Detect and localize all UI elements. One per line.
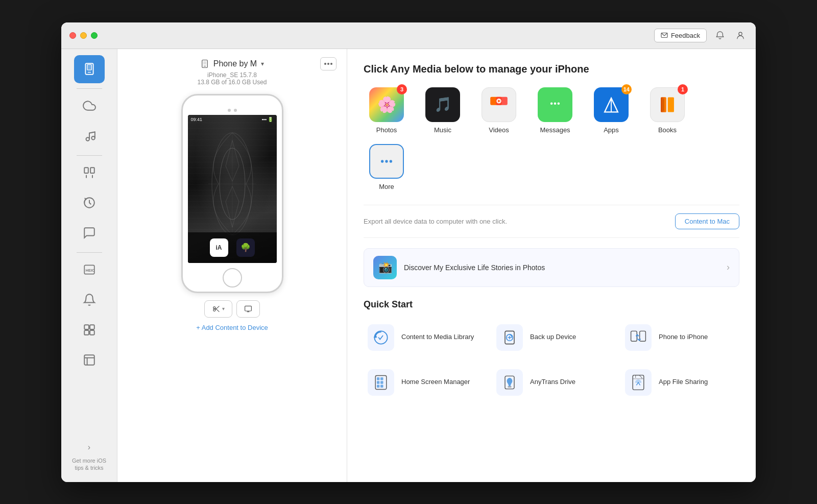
photos-icon-wrap: 🌸 3	[369, 87, 404, 122]
backup-icon	[496, 324, 523, 351]
phone-dock: iA 🌳	[188, 232, 277, 263]
svg-rect-62	[380, 377, 383, 380]
svg-rect-21	[203, 61, 206, 64]
titlebar-right: Feedback	[654, 28, 748, 42]
media-item-photos[interactable]: 🌸 3 Photos	[364, 87, 410, 134]
sidebar-item-chat[interactable]	[74, 219, 105, 247]
notification-icon	[83, 293, 96, 306]
quick-item-phone-iphone[interactable]: Phone to iPhone	[621, 320, 739, 355]
quick-item-anytrans-drive[interactable]: AnyTrans Drive	[492, 365, 611, 400]
cloud-icon	[83, 99, 96, 112]
sidebar-divider-3	[77, 252, 102, 253]
media-icons-row: 🌸 3 Photos 🎵 Music	[364, 87, 739, 190]
phone-frame: 09:41 ▪▪▪ 🔋 iA 🌳	[181, 94, 283, 293]
add-content-link[interactable]: + Add Content to Device	[196, 324, 268, 331]
quick-item-home-screen[interactable]: Home Screen Manager	[364, 365, 482, 400]
screenshot-button[interactable]: ▾	[204, 300, 232, 318]
messages-icon-wrap	[538, 87, 572, 122]
close-button[interactable]	[69, 32, 76, 39]
notifications-button[interactable]	[713, 28, 727, 42]
wallpaper-icon	[83, 353, 96, 367]
scissors-icon	[212, 305, 220, 313]
sidebar-item-music[interactable]	[74, 122, 105, 150]
phone-time: 09:41	[191, 117, 203, 122]
svg-point-50	[385, 160, 388, 162]
sidebar-item-transfer[interactable]	[74, 159, 105, 187]
apps-label: Apps	[604, 126, 619, 134]
content-media-label: Content to Media Library	[401, 332, 474, 342]
media-item-music[interactable]: 🎵 Music	[420, 87, 466, 134]
svg-point-49	[381, 160, 383, 162]
media-item-more[interactable]: More	[364, 144, 410, 190]
user-icon	[736, 31, 745, 40]
books-label: Books	[658, 126, 677, 134]
phone-sensor	[234, 109, 237, 112]
videos-svg	[489, 94, 509, 115]
profile-button[interactable]	[733, 28, 748, 42]
media-item-videos[interactable]: Videos	[476, 87, 522, 134]
device-name: Phone by M	[213, 59, 257, 68]
svg-rect-9	[90, 167, 94, 173]
backup-svg	[500, 328, 519, 347]
screen-art	[198, 125, 267, 243]
phone-iphone-icon	[625, 324, 652, 351]
quick-item-content-media[interactable]: Content to Media Library	[364, 320, 482, 355]
books-svg	[658, 95, 677, 114]
content-to-mac-button[interactable]: Content to Mac	[675, 213, 739, 229]
more-svg	[377, 152, 396, 171]
media-item-books[interactable]: 1 Books	[644, 87, 690, 134]
sidebar-item-device[interactable]	[74, 55, 105, 83]
get-tips-link[interactable]: Get more iOS tips & tricks	[69, 457, 110, 472]
monitor-icon	[244, 305, 252, 313]
sidebar-item-notification[interactable]	[74, 286, 105, 314]
minimize-button[interactable]	[80, 32, 87, 39]
music-label: Music	[434, 126, 451, 134]
svg-point-42	[554, 102, 557, 105]
transfer-icon	[83, 166, 96, 179]
sidebar-divider-2	[77, 155, 102, 156]
restore-icon	[83, 196, 96, 209]
maximize-button[interactable]	[91, 32, 98, 39]
device-dropdown-arrow[interactable]: ▾	[261, 60, 264, 67]
quick-start-title: Quick Start	[364, 299, 739, 310]
discover-text: Discover My Exclusive Life Stories in Ph…	[404, 263, 545, 272]
sidebar-item-wallpaper[interactable]	[74, 346, 105, 374]
quick-item-backup[interactable]: Back up Device	[492, 320, 611, 355]
svg-point-30	[213, 309, 215, 311]
device-more-button[interactable]	[320, 57, 337, 70]
more-label: More	[379, 183, 394, 190]
sidebar-item-appstore[interactable]	[74, 316, 105, 344]
svg-rect-15	[84, 330, 89, 335]
discover-icon: 📸	[373, 256, 397, 279]
messages-icon	[538, 87, 572, 122]
discover-banner[interactable]: 📸 Discover My Exclusive Life Stories in …	[364, 248, 739, 287]
media-item-apps[interactable]: 14 Apps	[588, 87, 634, 134]
videos-icon-wrap	[482, 87, 516, 122]
sidebar-item-cloud[interactable]	[74, 92, 105, 120]
anytrans-drive-svg	[500, 373, 519, 392]
quick-item-app-file[interactable]: App File Sharing	[621, 365, 739, 400]
discover-left: 📸 Discover My Exclusive Life Stories in …	[373, 256, 545, 279]
cast-button[interactable]	[236, 300, 260, 318]
screenshot-controls: ▾	[128, 300, 337, 318]
photos-badge: 3	[397, 84, 407, 94]
sidebar-item-restore[interactable]	[74, 189, 105, 217]
phone-home-button[interactable]	[223, 268, 242, 287]
sidebar-item-heic[interactable]: HEIC	[74, 256, 105, 284]
videos-label: Videos	[489, 126, 509, 134]
svg-line-32	[215, 306, 220, 309]
svg-rect-66	[380, 385, 383, 387]
feedback-label: Feedback	[671, 32, 700, 39]
home-screen-label: Home Screen Manager	[401, 377, 470, 387]
svg-rect-64	[380, 381, 383, 383]
svg-point-41	[550, 102, 553, 105]
phone-iphone-label: Phone to iPhone	[659, 332, 708, 342]
device-info: iPhone_SE 15.7.8 13.8 GB of 16.0 GB Used	[197, 71, 267, 86]
titlebar: Feedback	[61, 22, 756, 49]
media-item-messages[interactable]: Messages	[532, 87, 578, 134]
sidebar-bottom: › Get more iOS tips & tricks	[69, 440, 110, 476]
books-badge: 1	[678, 84, 688, 94]
sidebar-expand-button[interactable]: ›	[82, 440, 97, 455]
feedback-button[interactable]: Feedback	[654, 29, 707, 42]
sidebar: HEIC	[61, 49, 117, 482]
